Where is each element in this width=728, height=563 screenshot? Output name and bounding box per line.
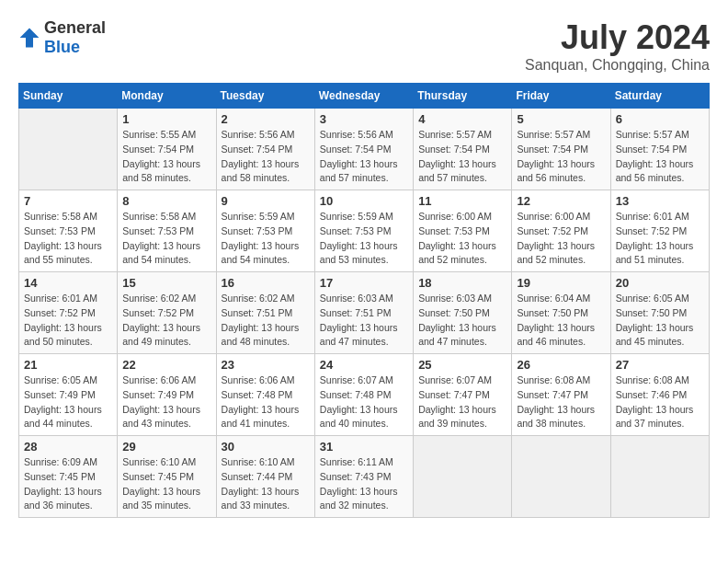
calendar-week-2: 7Sunrise: 5:58 AM Sunset: 7:53 PM Daylig… <box>19 190 710 272</box>
calendar-table: SundayMondayTuesdayWednesdayThursdayFrid… <box>18 83 710 518</box>
cell-content: Sunrise: 6:08 AM Sunset: 7:47 PM Dayligh… <box>517 373 605 431</box>
cell-content: Sunrise: 5:59 AM Sunset: 7:53 PM Dayligh… <box>320 210 408 268</box>
cell-content: Sunrise: 6:08 AM Sunset: 7:46 PM Dayligh… <box>616 373 704 431</box>
calendar-cell: 25Sunrise: 6:07 AM Sunset: 7:47 PM Dayli… <box>414 354 512 436</box>
logo-text: General Blue <box>44 18 106 57</box>
calendar-week-1: 1Sunrise: 5:55 AM Sunset: 7:54 PM Daylig… <box>19 109 710 190</box>
cell-content: Sunrise: 6:07 AM Sunset: 7:48 PM Dayligh… <box>320 373 408 431</box>
day-number: 3 <box>320 112 408 126</box>
calendar-week-3: 14Sunrise: 6:01 AM Sunset: 7:52 PM Dayli… <box>19 272 710 354</box>
day-number: 18 <box>418 276 506 290</box>
logo-blue: Blue <box>44 38 80 56</box>
cell-content: Sunrise: 5:56 AM Sunset: 7:54 PM Dayligh… <box>222 128 310 186</box>
logo: General Blue <box>18 18 106 57</box>
cell-content: Sunrise: 6:03 AM Sunset: 7:50 PM Dayligh… <box>418 292 506 350</box>
calendar-cell: 6Sunrise: 5:57 AM Sunset: 7:54 PM Daylig… <box>610 109 709 190</box>
cell-content: Sunrise: 6:06 AM Sunset: 7:48 PM Dayligh… <box>222 373 310 431</box>
calendar-cell: 29Sunrise: 6:10 AM Sunset: 7:45 PM Dayli… <box>118 436 216 518</box>
cell-content: Sunrise: 5:55 AM Sunset: 7:54 PM Dayligh… <box>122 128 210 186</box>
calendar-cell: 11Sunrise: 6:00 AM Sunset: 7:53 PM Dayli… <box>414 190 512 272</box>
calendar-cell: 18Sunrise: 6:03 AM Sunset: 7:50 PM Dayli… <box>414 272 512 354</box>
day-number: 27 <box>616 358 704 372</box>
cell-content: Sunrise: 6:10 AM Sunset: 7:45 PM Dayligh… <box>122 455 210 513</box>
day-number: 7 <box>24 194 112 208</box>
cell-content: Sunrise: 6:02 AM Sunset: 7:51 PM Dayligh… <box>222 292 310 350</box>
calendar-cell: 28Sunrise: 6:09 AM Sunset: 7:45 PM Dayli… <box>19 436 118 518</box>
calendar-cell: 12Sunrise: 6:00 AM Sunset: 7:52 PM Dayli… <box>512 190 610 272</box>
cell-content: Sunrise: 6:02 AM Sunset: 7:52 PM Dayligh… <box>122 292 210 350</box>
calendar-cell: 10Sunrise: 5:59 AM Sunset: 7:53 PM Dayli… <box>314 190 413 272</box>
day-header-saturday: Saturday <box>610 84 709 109</box>
calendar-week-4: 21Sunrise: 6:05 AM Sunset: 7:49 PM Dayli… <box>19 354 710 436</box>
calendar-cell <box>19 109 118 190</box>
cell-content: Sunrise: 6:10 AM Sunset: 7:44 PM Dayligh… <box>222 455 310 513</box>
calendar-cell: 26Sunrise: 6:08 AM Sunset: 7:47 PM Dayli… <box>512 354 610 436</box>
day-number: 11 <box>418 194 506 208</box>
cell-content: Sunrise: 6:09 AM Sunset: 7:45 PM Dayligh… <box>24 455 112 513</box>
calendar-cell <box>414 436 512 518</box>
day-number: 5 <box>517 112 605 126</box>
calendar-cell: 8Sunrise: 5:58 AM Sunset: 7:53 PM Daylig… <box>118 190 216 272</box>
cell-content: Sunrise: 5:57 AM Sunset: 7:54 PM Dayligh… <box>616 128 704 186</box>
day-number: 12 <box>517 194 605 208</box>
calendar-cell: 31Sunrise: 6:11 AM Sunset: 7:43 PM Dayli… <box>314 436 413 518</box>
day-number: 1 <box>122 112 210 126</box>
calendar-cell: 27Sunrise: 6:08 AM Sunset: 7:46 PM Dayli… <box>610 354 709 436</box>
cell-content: Sunrise: 5:58 AM Sunset: 7:53 PM Dayligh… <box>122 210 210 268</box>
cell-content: Sunrise: 6:00 AM Sunset: 7:52 PM Dayligh… <box>517 210 605 268</box>
day-header-tuesday: Tuesday <box>216 84 314 109</box>
cell-content: Sunrise: 5:57 AM Sunset: 7:54 PM Dayligh… <box>517 128 605 186</box>
cell-content: Sunrise: 6:05 AM Sunset: 7:50 PM Dayligh… <box>616 292 704 350</box>
cell-content: Sunrise: 5:59 AM Sunset: 7:53 PM Dayligh… <box>222 210 310 268</box>
day-number: 19 <box>517 276 605 290</box>
day-number: 15 <box>122 276 210 290</box>
day-number: 24 <box>320 358 408 372</box>
day-number: 21 <box>24 358 112 372</box>
calendar-cell: 24Sunrise: 6:07 AM Sunset: 7:48 PM Dayli… <box>314 354 413 436</box>
day-number: 6 <box>616 112 704 126</box>
calendar-cell: 20Sunrise: 6:05 AM Sunset: 7:50 PM Dayli… <box>610 272 709 354</box>
calendar-cell: 23Sunrise: 6:06 AM Sunset: 7:48 PM Dayli… <box>216 354 314 436</box>
calendar-cell: 5Sunrise: 5:57 AM Sunset: 7:54 PM Daylig… <box>512 109 610 190</box>
calendar-cell: 30Sunrise: 6:10 AM Sunset: 7:44 PM Dayli… <box>216 436 314 518</box>
cell-content: Sunrise: 6:00 AM Sunset: 7:53 PM Dayligh… <box>418 210 506 268</box>
calendar-cell <box>610 436 709 518</box>
day-number: 22 <box>122 358 210 372</box>
day-header-monday: Monday <box>118 84 216 109</box>
cell-content: Sunrise: 6:01 AM Sunset: 7:52 PM Dayligh… <box>24 292 112 350</box>
calendar-cell <box>512 436 610 518</box>
cell-content: Sunrise: 6:04 AM Sunset: 7:50 PM Dayligh… <box>517 292 605 350</box>
calendar-cell: 15Sunrise: 6:02 AM Sunset: 7:52 PM Dayli… <box>118 272 216 354</box>
day-header-thursday: Thursday <box>414 84 512 109</box>
main-title: July 2024 <box>525 18 710 57</box>
day-number: 4 <box>418 112 506 126</box>
day-header-wednesday: Wednesday <box>314 84 413 109</box>
cell-content: Sunrise: 6:01 AM Sunset: 7:52 PM Dayligh… <box>616 210 704 268</box>
day-header-sunday: Sunday <box>19 84 118 109</box>
calendar-cell: 2Sunrise: 5:56 AM Sunset: 7:54 PM Daylig… <box>216 109 314 190</box>
day-number: 14 <box>24 276 112 290</box>
calendar-cell: 3Sunrise: 5:56 AM Sunset: 7:54 PM Daylig… <box>314 109 413 190</box>
page-header: General Blue July 2024 Sanquan, Chongqin… <box>18 18 710 74</box>
cell-content: Sunrise: 6:06 AM Sunset: 7:49 PM Dayligh… <box>122 373 210 431</box>
calendar-cell: 19Sunrise: 6:04 AM Sunset: 7:50 PM Dayli… <box>512 272 610 354</box>
calendar-cell: 1Sunrise: 5:55 AM Sunset: 7:54 PM Daylig… <box>118 109 216 190</box>
day-number: 28 <box>24 440 112 454</box>
day-number: 20 <box>616 276 704 290</box>
calendar-cell: 4Sunrise: 5:57 AM Sunset: 7:54 PM Daylig… <box>414 109 512 190</box>
calendar-cell: 17Sunrise: 6:03 AM Sunset: 7:51 PM Dayli… <box>314 272 413 354</box>
day-number: 23 <box>222 358 310 372</box>
cell-content: Sunrise: 6:07 AM Sunset: 7:47 PM Dayligh… <box>418 373 506 431</box>
day-number: 17 <box>320 276 408 290</box>
cell-content: Sunrise: 6:11 AM Sunset: 7:43 PM Dayligh… <box>320 455 408 513</box>
calendar-cell: 7Sunrise: 5:58 AM Sunset: 7:53 PM Daylig… <box>19 190 118 272</box>
calendar-header-row: SundayMondayTuesdayWednesdayThursdayFrid… <box>19 84 710 109</box>
cell-content: Sunrise: 5:58 AM Sunset: 7:53 PM Dayligh… <box>24 210 112 268</box>
day-number: 29 <box>122 440 210 454</box>
day-number: 13 <box>616 194 704 208</box>
cell-content: Sunrise: 6:05 AM Sunset: 7:49 PM Dayligh… <box>24 373 112 431</box>
subtitle: Sanquan, Chongqing, China <box>525 57 710 74</box>
day-number: 26 <box>517 358 605 372</box>
day-number: 9 <box>222 194 310 208</box>
calendar-cell: 16Sunrise: 6:02 AM Sunset: 7:51 PM Dayli… <box>216 272 314 354</box>
